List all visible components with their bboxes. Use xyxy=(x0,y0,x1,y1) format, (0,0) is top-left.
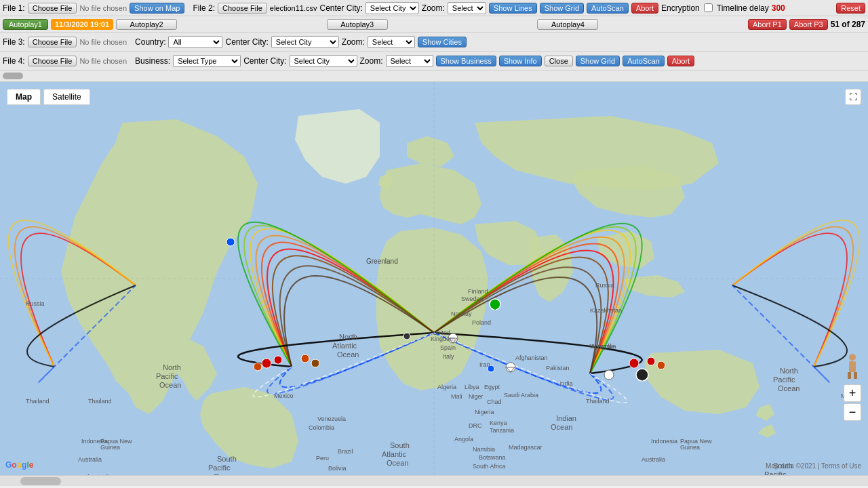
svg-text:Atlantic: Atlantic xyxy=(382,450,407,458)
satellite-tab[interactable]: Satellite xyxy=(43,89,90,105)
autoplay2-button[interactable]: Autoplay2 xyxy=(116,19,177,30)
bottom-scrollbar-thumb[interactable] xyxy=(20,477,61,485)
file3-label: File 3: xyxy=(3,37,25,47)
close-button[interactable]: Close xyxy=(545,56,573,66)
map-tabs: Map Satellite xyxy=(7,89,90,105)
file1-choose-button[interactable]: Choose File xyxy=(28,3,77,14)
svg-text:Spain: Spain xyxy=(440,344,456,351)
zoom-in-button[interactable]: + xyxy=(844,384,861,402)
svg-text:Guinea: Guinea xyxy=(680,444,700,451)
file3-choose-button[interactable]: Choose File xyxy=(28,37,77,47)
row2: Autoplay1 11/3/2020 19:01 Autoplay2 Auto… xyxy=(0,16,868,33)
scrollbar-row xyxy=(0,70,868,81)
svg-text:Egypt: Egypt xyxy=(484,384,500,390)
autoscan-button-f4[interactable]: AutoScan xyxy=(623,56,665,66)
svg-point-19 xyxy=(647,357,655,365)
svg-text:Ocean: Ocean xyxy=(778,384,800,392)
file3-center-city-select[interactable]: Select City xyxy=(271,36,339,48)
svg-text:Australia: Australia xyxy=(642,456,665,463)
svg-text:Iraq: Iraq xyxy=(479,361,490,368)
abort-p3-button[interactable]: Abort P3 xyxy=(789,19,828,30)
svg-text:Pacific: Pacific xyxy=(208,464,231,472)
abort-button-f2[interactable]: Abort xyxy=(631,3,658,14)
timeline-delay-value: 300 xyxy=(772,3,785,13)
file3-center-city-label: Center City: xyxy=(225,37,268,47)
svg-text:Botswana: Botswana xyxy=(479,454,506,461)
autoplay4-button[interactable]: Autoplay4 xyxy=(537,19,598,30)
google-logo: Google xyxy=(5,460,33,470)
svg-text:South: South xyxy=(390,441,410,449)
svg-text:Peru: Peru xyxy=(316,455,329,462)
svg-text:North: North xyxy=(163,363,181,371)
svg-text:Algeria: Algeria xyxy=(437,384,456,390)
business-select[interactable]: Select Type xyxy=(173,55,241,67)
zoom-out-button[interactable]: − xyxy=(844,403,861,421)
svg-text:Chad: Chad xyxy=(487,399,502,405)
svg-text:Sweden: Sweden xyxy=(461,296,484,302)
map-tab[interactable]: Map xyxy=(7,89,41,105)
svg-text:Pakistan: Pakistan xyxy=(546,365,570,371)
svg-text:Brazil: Brazil xyxy=(338,448,353,455)
show-lines-button[interactable]: Show Lines xyxy=(489,3,537,14)
file2-zoom-label: Zoom: xyxy=(422,3,445,13)
fullscreen-button[interactable]: ⛶ xyxy=(845,89,861,105)
file4-zoom-label: Zoom: xyxy=(360,56,383,66)
encryption-checkbox[interactable] xyxy=(704,3,713,12)
show-info-button[interactable]: Show Info xyxy=(499,56,542,66)
fullscreen-icon: ⛶ xyxy=(849,92,857,102)
svg-text:South Africa: South Africa xyxy=(473,463,506,470)
svg-point-12 xyxy=(604,370,614,380)
autoplay1-button[interactable]: Autoplay1 xyxy=(3,19,48,30)
country-label: Country: xyxy=(135,37,165,47)
show-map-button[interactable]: Show on Map xyxy=(130,3,184,14)
file2-center-city-label: Center City: xyxy=(319,3,362,13)
svg-text:North: North xyxy=(339,333,357,341)
svg-text:Colombia: Colombia xyxy=(309,424,334,431)
svg-text:India: India xyxy=(559,380,573,387)
timeline-delay-label: Timeline delay xyxy=(717,3,769,13)
svg-text:Italy: Italy xyxy=(443,353,454,360)
row1: File 1: Choose File No file chosen Show … xyxy=(0,0,868,16)
horizontal-scrollbar-thumb[interactable] xyxy=(3,73,23,79)
reset-button[interactable]: Reset xyxy=(836,3,865,14)
svg-text:Tanzania: Tanzania xyxy=(490,427,514,434)
row4: File 4: Choose File No file chosen Busin… xyxy=(0,52,868,70)
svg-point-23 xyxy=(403,333,410,340)
svg-text:Niger: Niger xyxy=(469,393,484,400)
toolbar: File 1: Choose File No file chosen Show … xyxy=(0,0,868,82)
file4-choose-button[interactable]: Choose File xyxy=(28,56,77,66)
file2-label: File 2: xyxy=(193,3,215,13)
bottom-scrollbar[interactable] xyxy=(0,475,868,486)
svg-text:Thailand: Thailand xyxy=(88,398,112,405)
svg-text:Bolivia: Bolivia xyxy=(328,465,347,472)
file4-center-city-select[interactable]: Select City xyxy=(290,55,357,67)
svg-rect-106 xyxy=(849,361,856,372)
svg-text:Pacific: Pacific xyxy=(773,375,795,384)
autoplay3-button[interactable]: Autoplay3 xyxy=(327,19,388,30)
svg-text:Kenya: Kenya xyxy=(490,420,507,426)
svg-rect-107 xyxy=(848,372,851,379)
street-view-icon[interactable] xyxy=(845,353,860,380)
show-grid-button-f2[interactable]: Show Grid xyxy=(540,3,584,14)
svg-text:Libya: Libya xyxy=(465,384,479,390)
show-cities-button[interactable]: Show Cities xyxy=(418,37,467,47)
abort-p1-button[interactable]: Abort P1 xyxy=(748,19,787,30)
svg-text:Thailand: Thailand xyxy=(586,398,610,405)
abort-button-f4[interactable]: Abort xyxy=(667,56,694,66)
file2-center-city-select[interactable]: Select City xyxy=(366,2,419,14)
country-select[interactable]: All xyxy=(168,36,222,48)
svg-text:DRC: DRC xyxy=(469,422,482,429)
show-business-button[interactable]: Show Business xyxy=(436,56,496,66)
svg-text:Nigeria: Nigeria xyxy=(475,409,494,415)
show-grid-button-f4[interactable]: Show Grid xyxy=(576,56,620,66)
svg-text:Pacific: Pacific xyxy=(156,372,178,380)
svg-text:Australia: Australia xyxy=(78,456,102,463)
file3-zoom-select[interactable]: Select xyxy=(368,36,415,48)
file4-zoom-select[interactable]: Select xyxy=(386,55,433,67)
encryption-label: Encryption xyxy=(661,3,700,13)
file2-choose-button[interactable]: Choose File xyxy=(218,3,267,14)
file4-no-file: No file chosen xyxy=(79,57,127,65)
file2-zoom-select[interactable]: Select xyxy=(448,2,486,14)
autoscan-button-f2[interactable]: AutoScan xyxy=(587,3,629,14)
svg-text:Russia: Russia xyxy=(26,300,45,307)
